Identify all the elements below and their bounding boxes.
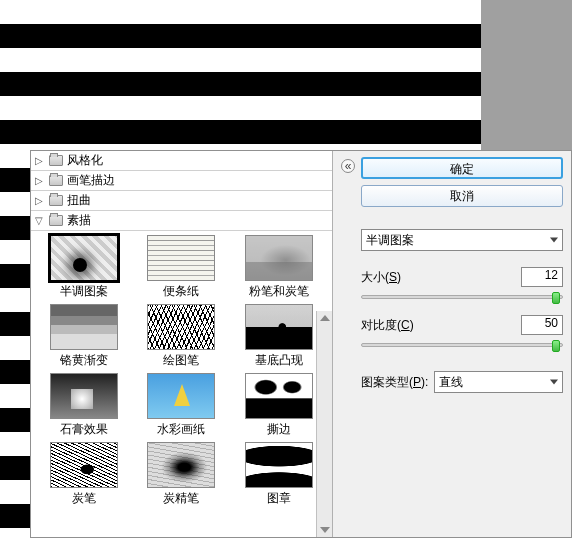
filter-stamp[interactable]: 图章 (234, 442, 324, 507)
filter-select[interactable]: 半调图案 (361, 229, 563, 251)
folder-icon (49, 175, 63, 186)
folder-icon (49, 155, 63, 166)
category-stylize[interactable]: ▷ 风格化 (31, 151, 332, 171)
param-contrast-input[interactable]: 50 (521, 315, 563, 335)
filter-chrome[interactable]: 铬黄渐变 (39, 304, 129, 369)
filter-note-paper[interactable]: 便条纸 (137, 235, 227, 300)
param-contrast-label: 对比度(C) (361, 317, 515, 334)
chevron-left-icon: « (345, 159, 352, 173)
filter-chalk-charcoal[interactable]: 粉笔和炭笔 (234, 235, 324, 300)
collapse-button[interactable]: « (341, 159, 355, 173)
filter-charcoal[interactable]: 炭笔 (39, 442, 129, 507)
slider-thumb[interactable] (552, 292, 560, 304)
category-distort[interactable]: ▷ 扭曲 (31, 191, 332, 211)
filter-gallery-dialog: ▷ 风格化 ▷ 画笔描边 ▷ 扭曲 ▽ 素描 半调图案 便条纸 粉笔和炭笔 铬黄… (30, 150, 572, 538)
param-pattern-type-row: 图案类型(P): 直线 (361, 371, 563, 393)
cancel-button[interactable]: 取消 (361, 185, 563, 207)
filter-select-value: 半调图案 (366, 232, 414, 249)
category-label: 扭曲 (67, 192, 91, 209)
disclosure-icon: ▷ (35, 155, 45, 166)
pattern-type-value: 直线 (439, 374, 463, 391)
param-pattern-type-select[interactable]: 直线 (434, 371, 563, 393)
filter-plaster[interactable]: 石膏效果 (39, 373, 129, 438)
param-contrast-row: 对比度(C) 50 (361, 315, 563, 335)
param-size-row: 大小(S) 12 (361, 267, 563, 287)
category-label: 画笔描边 (67, 172, 115, 189)
slider-thumb[interactable] (552, 340, 560, 352)
filter-conte-crayon[interactable]: 炭精笔 (137, 442, 227, 507)
ok-button[interactable]: 确定 (361, 157, 563, 179)
folder-icon (49, 215, 63, 226)
thumbnails-scrollbar[interactable] (316, 311, 332, 537)
filter-graphic-pen[interactable]: 绘图笔 (137, 304, 227, 369)
category-brush-strokes[interactable]: ▷ 画笔描边 (31, 171, 332, 191)
filter-torn-edges[interactable]: 撕边 (234, 373, 324, 438)
filter-thumbnails: 半调图案 便条纸 粉笔和炭笔 铬黄渐变 绘图笔 基底凸现 石膏效果 水彩画纸 撕… (31, 231, 332, 537)
filter-halftone-pattern[interactable]: 半调图案 (39, 235, 129, 300)
filter-bas-relief[interactable]: 基底凸现 (234, 304, 324, 369)
filter-categories-panel: ▷ 风格化 ▷ 画笔描边 ▷ 扭曲 ▽ 素描 半调图案 便条纸 粉笔和炭笔 铬黄… (31, 151, 333, 537)
param-size-input[interactable]: 12 (521, 267, 563, 287)
param-contrast-slider[interactable] (361, 343, 563, 347)
disclosure-icon: ▷ (35, 175, 45, 186)
category-label: 素描 (67, 212, 91, 229)
folder-icon (49, 195, 63, 206)
param-size-slider[interactable] (361, 295, 563, 299)
param-size-label: 大小(S) (361, 269, 515, 286)
disclosure-icon: ▷ (35, 195, 45, 206)
category-sketch[interactable]: ▽ 素描 (31, 211, 332, 231)
category-label: 风格化 (67, 152, 103, 169)
disclosure-icon: ▽ (35, 215, 45, 226)
param-pattern-type-label: 图案类型(P): (361, 374, 428, 391)
filter-settings-panel: « 确定 取消 半调图案 大小(S) 12 对比度(C) 50 图案类型(P):… (333, 151, 571, 537)
filter-water-paper[interactable]: 水彩画纸 (137, 373, 227, 438)
